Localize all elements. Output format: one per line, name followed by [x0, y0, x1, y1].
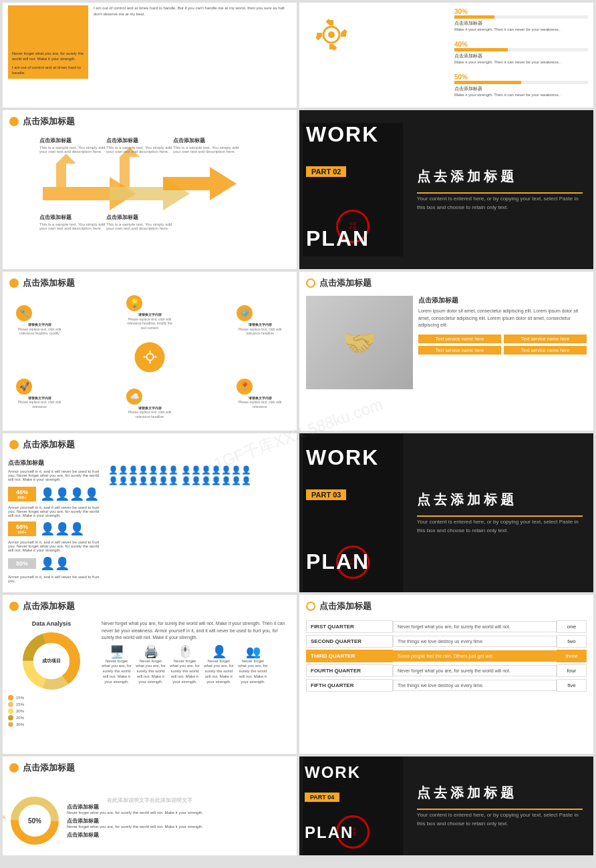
bars-panel: 30% 点击添加标器 Make it your strength. Then i… — [454, 8, 588, 102]
work-plan-left-r2: 1CF千库 WORK PART 02 PLAN — [299, 110, 406, 269]
title-dot-r2c1 — [9, 117, 19, 126]
title-dot-r3c1 — [9, 278, 19, 288]
work-plan-desc-r6: Your content is entered here, or by copy… — [417, 811, 583, 829]
slide-r4c2: 1CF千库 WORK PART 03 PLAN 点 去 添 加 标 题 Your… — [299, 433, 593, 592]
arrow-label-4: 点击添加标题 This is a sample text. You simply… — [39, 214, 106, 230]
plan-text-r2: PLAN — [306, 228, 369, 249]
plan-text-r4: PLAN — [306, 551, 369, 572]
slide-r6c2: 1CF千库 WORK PART 04 PLAN 点 去 添 加 标 题 Your… — [299, 756, 593, 855]
services-right: 点击添加标题 Lorem ipsum dolor sit amet, conse… — [418, 296, 587, 389]
title-dot-r6c1 — [9, 763, 19, 773]
donut-left: Data Analysis 成功项目 — [8, 620, 95, 728]
services-subtitle: 点击添加标题 — [418, 296, 587, 305]
donut-icon-5: 👥 Never forget what you are, for surely … — [238, 644, 268, 685]
people-grid: 👤👤👤👤👤👤👤 👤👤👤👤👤👤👤 👤👤👤👤👤👤👤 👤👤👤👤👤👤👤 — [108, 465, 291, 485]
slide-r3c1-title: 点击添加标题 — [3, 272, 297, 292]
gear-area — [305, 8, 449, 102]
work-plan-desc-r4: Your content is entered here, or by copy… — [417, 518, 583, 535]
hub-item-4: ☁️ 请替换文字内容 Please replace text, click ed… — [126, 389, 173, 419]
work-plan-right-r6: 点 去 添 加 标 题 Your content is entered here… — [406, 756, 593, 855]
bar-row-2: 40% 点击添加标器 Make it your strength. Then i… — [454, 41, 588, 64]
slide-r5c2: 点击添加标题 FIRST QUARTER Never forget what y… — [299, 595, 593, 754]
donut-chart-title: Data Analysis — [8, 620, 95, 627]
person-icon: 👤 — [204, 644, 234, 659]
r1c1-right-text: I am out of control and at times hard to… — [94, 5, 291, 17]
service-btn-3[interactable]: Text service name here — [418, 346, 501, 355]
pct-badge-2: 68% 900+ — [8, 521, 36, 536]
work-plan-desc-r2: Your content is entered here, or by copy… — [417, 195, 583, 212]
slide-r4c1-title: 点击添加标题 — [3, 433, 297, 453]
quarter-row-2: SECOND QUARTER The things we love destro… — [306, 635, 587, 648]
watermark-text: 在此添加说明文字在此添加说明文字 — [107, 797, 192, 804]
people-stat-2-desc: Armor yourself in it, and it will never … — [8, 540, 102, 552]
arrow-label-2: 点击添加标题 This is a sample text. You simply… — [106, 137, 173, 154]
slide-r6c1-title: 点击添加标题 — [3, 756, 297, 777]
hub-item-1: 💡 请替换文字内容 Please replace text, click edi… — [126, 295, 173, 330]
donut-desc: Never forget what you are, for surely th… — [102, 620, 291, 642]
bar-pct-2: 40% — [454, 41, 474, 48]
partial-pie-svg: 50% — [8, 794, 61, 847]
quarter-num-2: two — [557, 635, 587, 648]
part-badge-r4: PART 03 — [306, 487, 346, 503]
people-content: 点击添加标题 Armor yourself in it, and it will… — [3, 453, 297, 588]
people-stat-3-desc: Armor yourself in it, and it will never … — [8, 575, 102, 583]
donut-content: Data Analysis 成功项目 — [3, 615, 297, 734]
quarter-num-4: four — [557, 664, 587, 677]
bar-row-1: 30% 点击添加标器 Make it your strength. Then i… — [454, 8, 588, 31]
service-btn-1[interactable]: Text service name here — [418, 335, 501, 343]
work-plan-left-r4: 1CF千库 WORK PART 03 PLAN — [299, 433, 406, 592]
svg-marker-13 — [56, 154, 76, 187]
svg-rect-19 — [154, 357, 156, 358]
slide-r1c1: Never forget what you are, for surely th… — [3, 3, 297, 107]
quarter-num-3: three — [557, 650, 587, 662]
quarter-desc-1: Never forget what you are, for surely th… — [393, 621, 557, 632]
bar-row-3: 50% 点击添加标器 Make it your strength. Then i… — [454, 73, 588, 97]
quarter-label-5: FIFTH QUARTER — [306, 679, 393, 692]
work-text-r2: WORK — [306, 124, 379, 145]
people-stat-1-desc: Armor yourself in it, and it will never … — [8, 505, 102, 517]
donut-icon-1: 🖥️ Never forget what you are, for surely… — [102, 644, 132, 685]
people-icon: 👥 — [238, 644, 268, 659]
service-btn-2[interactable]: Text service name here — [504, 335, 587, 343]
donut-icons: 🖥️ Never forget what you are, for surely… — [102, 644, 291, 685]
work-plan-right-r2: 点 去 添 加 标 题 Your content is entered here… — [406, 110, 593, 269]
donut-center: 成功项目 — [42, 658, 61, 664]
service-buttons: Text service name here Text service name… — [418, 335, 587, 355]
r6c1-item-1: 点击添加标题 Never forget what you are, for su… — [67, 803, 291, 815]
quarter-num-5: five — [557, 679, 587, 692]
bar-btn-2: 点击添加标器 — [454, 53, 588, 59]
people-left: 点击添加标题 Armor yourself in it, and it will… — [8, 459, 102, 583]
pct-badge-3: 80% — [8, 558, 36, 569]
people-icons-1: 👤👤👤👤 — [40, 487, 99, 501]
r6c1-items: 点击添加标题 Never forget what you are, for su… — [67, 803, 291, 839]
people-main-title: 点击添加标题 — [8, 459, 102, 467]
divider-r6 — [417, 809, 583, 810]
donut-legend: 15% 15% 20% 20% 30% — [8, 695, 95, 727]
hub-item-3: 📍 请替换文字内容 Please replace text, click edi… — [237, 379, 283, 409]
printer-icon: 🖨️ — [136, 644, 166, 659]
work-text-r4: WORK — [306, 447, 379, 468]
svg-point-1 — [328, 31, 335, 38]
people-main-desc: Armor yourself in it, and it will never … — [8, 469, 102, 481]
people-right-panel: 👤👤👤👤👤👤👤 👤👤👤👤👤👤👤 👤👤👤👤👤👤👤 👤👤👤👤👤👤👤 — [108, 459, 291, 583]
people-stat-2: 68% 900+ 👤👤👤 — [8, 521, 102, 536]
people-icons-2: 👤👤👤 — [40, 521, 84, 536]
work-plan-title-r4: 点 去 添 加 标 题 — [417, 491, 583, 509]
r6c1-item-3: 点击添加标题 — [67, 831, 291, 839]
hub-item-6: 🔧 请替换文字内容 Please replace text, click edi… — [16, 305, 63, 336]
title-dot-outline-r3c2 — [306, 278, 315, 288]
bar-pct-3: 50% — [454, 73, 474, 81]
title-dot-outline-r5c2 — [306, 602, 315, 611]
arrow-label-5: 点击添加标题 This is a sample text. You simply… — [106, 214, 173, 230]
slide-r3c1: 点击添加标题 💡 请替换文字内容 Please replace text, cl… — [3, 272, 297, 431]
r1c1-text1: Never forget what you are, for surely th… — [12, 51, 84, 62]
service-btn-4[interactable]: Text service name here — [504, 346, 587, 355]
slide-r3c2: 点击添加标题 🤝 点击添加标题 Lorem ipsum dolor sit am… — [299, 272, 593, 431]
hub-item-2: ⚙️ 请替换文字内容 Please replace text, click ed… — [237, 305, 283, 336]
bar-btn-3: 点击添加标器 — [454, 85, 588, 92]
title-dot-r4c1 — [9, 440, 19, 449]
slide-r1c2: 30% 点击添加标器 Make it your strength. Then i… — [299, 3, 593, 107]
work-plan-title-r6: 点 去 添 加 标 题 — [417, 784, 583, 802]
hub-diagram: 💡 请替换文字内容 Please replace text, click edi… — [3, 292, 297, 422]
r1c1-text2: I am out of control and at times hard to… — [12, 65, 84, 76]
